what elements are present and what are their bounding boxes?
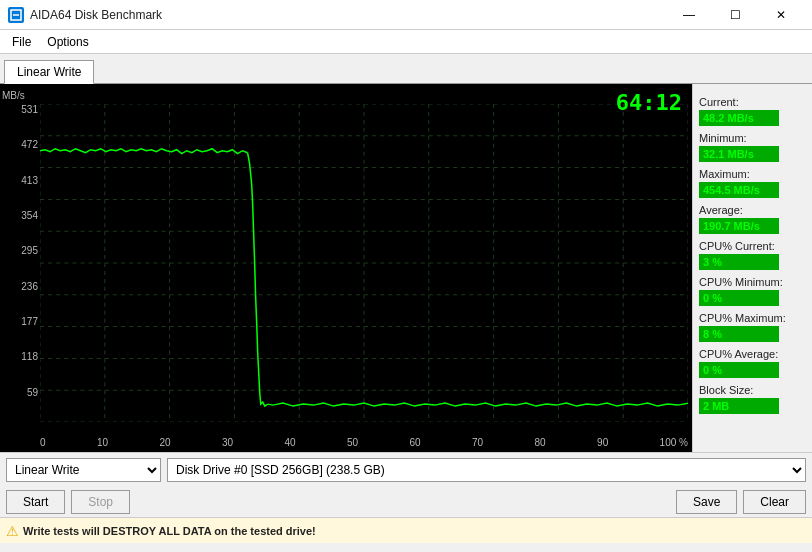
x-label-70: 70 xyxy=(472,437,483,448)
drive-select[interactable]: Disk Drive #0 [SSD 256GB] (238.5 GB) xyxy=(167,458,806,482)
menu-file[interactable]: File xyxy=(4,31,39,53)
y-axis-labels: 531 472 413 354 295 236 177 118 59 xyxy=(0,104,40,422)
x-label-60: 60 xyxy=(410,437,421,448)
current-label: Current: xyxy=(699,96,806,108)
x-label-80: 80 xyxy=(535,437,546,448)
x-label-50: 50 xyxy=(347,437,358,448)
x-label-100: 100 % xyxy=(660,437,688,448)
maximize-button[interactable]: ☐ xyxy=(712,0,758,30)
x-label-0: 0 xyxy=(40,437,46,448)
menu-options[interactable]: Options xyxy=(39,31,96,53)
title-bar: AIDA64 Disk Benchmark — ☐ ✕ xyxy=(0,0,812,30)
maximum-value: 454.5 MB/s xyxy=(699,182,779,198)
app-icon xyxy=(8,7,24,23)
average-value: 190.7 MB/s xyxy=(699,218,779,234)
x-label-30: 30 xyxy=(222,437,233,448)
y-label-531: 531 xyxy=(2,104,38,115)
controls-row1: Linear Write Disk Drive #0 [SSD 256GB] (… xyxy=(0,453,812,487)
start-button[interactable]: Start xyxy=(6,490,65,514)
cpu-min-label: CPU% Minimum: xyxy=(699,276,806,288)
minimum-value: 32.1 MB/s xyxy=(699,146,779,162)
block-label: Block Size: xyxy=(699,384,806,396)
clear-button[interactable]: Clear xyxy=(743,490,806,514)
maximum-label: Maximum: xyxy=(699,168,806,180)
chart-svg xyxy=(40,104,688,422)
y-label-177: 177 xyxy=(2,316,38,327)
minimum-label: Minimum: xyxy=(699,132,806,144)
y-label-472: 472 xyxy=(2,139,38,150)
chart-svg-area xyxy=(40,104,688,422)
minimize-button[interactable]: — xyxy=(666,0,712,30)
tab-row: Linear Write xyxy=(0,54,812,84)
cpu-max-label: CPU% Maximum: xyxy=(699,312,806,324)
current-value: 48.2 MB/s xyxy=(699,110,779,126)
y-label-59: 59 xyxy=(2,387,38,398)
menu-bar: File Options xyxy=(0,30,812,54)
warning-icon: ⚠ xyxy=(6,523,19,539)
timer-display: 64:12 xyxy=(616,90,682,115)
cpu-avg-label: CPU% Average: xyxy=(699,348,806,360)
y-label-354: 354 xyxy=(2,210,38,221)
warning-text: Write tests will DESTROY ALL DATA on the… xyxy=(23,525,316,537)
stop-button[interactable]: Stop xyxy=(71,490,130,514)
x-axis-labels: 0 10 20 30 40 50 60 70 80 90 100 % xyxy=(40,437,688,448)
save-button[interactable]: Save xyxy=(676,490,737,514)
test-type-select[interactable]: Linear Write xyxy=(6,458,161,482)
y-axis-unit: MB/s xyxy=(2,90,25,101)
y-label-118: 118 xyxy=(2,351,38,362)
window-title: AIDA64 Disk Benchmark xyxy=(30,8,162,22)
cpu-avg-value: 0 % xyxy=(699,362,779,378)
x-label-40: 40 xyxy=(285,437,296,448)
tab-linear-write[interactable]: Linear Write xyxy=(4,60,94,84)
window-controls: — ☐ ✕ xyxy=(666,0,804,30)
y-label-295: 295 xyxy=(2,245,38,256)
x-label-10: 10 xyxy=(97,437,108,448)
y-label-413: 413 xyxy=(2,175,38,186)
stats-panel: Current: 48.2 MB/s Minimum: 32.1 MB/s Ma… xyxy=(692,84,812,452)
x-label-90: 90 xyxy=(597,437,608,448)
controls-row2: Start Stop Save Clear xyxy=(0,487,812,517)
chart-container: MB/s 64:12 531 472 413 354 295 236 177 1… xyxy=(0,84,692,452)
warning-row: ⚠ Write tests will DESTROY ALL DATA on t… xyxy=(0,517,812,543)
cpu-min-value: 0 % xyxy=(699,290,779,306)
cpu-current-label: CPU% Current: xyxy=(699,240,806,252)
bottom-controls: Linear Write Disk Drive #0 [SSD 256GB] (… xyxy=(0,452,812,542)
y-label-236: 236 xyxy=(2,281,38,292)
block-value: 2 MB xyxy=(699,398,779,414)
average-label: Average: xyxy=(699,204,806,216)
main-area: MB/s 64:12 531 472 413 354 295 236 177 1… xyxy=(0,84,812,452)
title-bar-left: AIDA64 Disk Benchmark xyxy=(8,7,162,23)
cpu-max-value: 8 % xyxy=(699,326,779,342)
cpu-current-value: 3 % xyxy=(699,254,779,270)
x-label-20: 20 xyxy=(159,437,170,448)
close-button[interactable]: ✕ xyxy=(758,0,804,30)
